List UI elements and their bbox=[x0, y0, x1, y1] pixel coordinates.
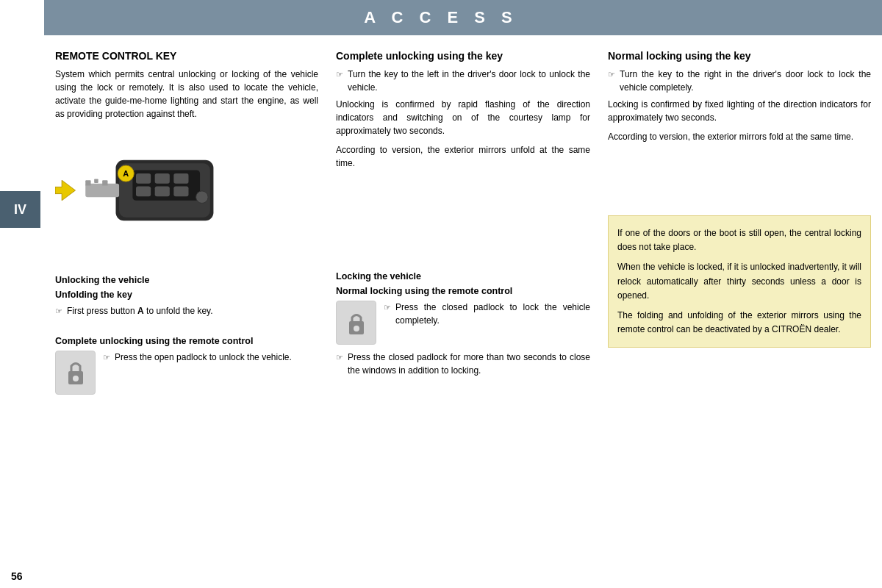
svg-point-9 bbox=[196, 191, 209, 204]
col2-padlock-row: ☞ Press the closed padlock to lock the v… bbox=[336, 301, 590, 345]
col2-bullet2-text: Press the closed padlock for more than t… bbox=[348, 351, 590, 377]
col1-padlock-row: ☞ Press the open padlock to unlock the v… bbox=[55, 351, 318, 395]
info-box-text3: The folding and unfolding of the exterio… bbox=[617, 309, 861, 337]
col3-bullet1-text: Turn the key to the right in the driver'… bbox=[620, 68, 871, 94]
col3-para1: Locking is confirmed by fixed lighting o… bbox=[608, 98, 871, 124]
info-box: If one of the doors or the boot is still… bbox=[608, 215, 871, 348]
col2-bullet1-padlock-text: Press the closed padlock to lock the veh… bbox=[395, 301, 590, 327]
header-bar: A C C E S S bbox=[0, 0, 882, 35]
svg-rect-8 bbox=[173, 187, 188, 197]
col3-title: Normal locking using the key bbox=[608, 50, 871, 62]
svg-point-17 bbox=[73, 376, 79, 381]
svg-rect-5 bbox=[173, 173, 188, 184]
col1-bullet1-text: First press button A to unfold the key. bbox=[67, 304, 318, 318]
svg-rect-7 bbox=[155, 187, 170, 197]
col1-section2-title: Unlocking the vehicle bbox=[55, 275, 318, 285]
main-content: REMOTE CONTROL KEY System which permits … bbox=[44, 35, 882, 588]
svg-rect-14 bbox=[94, 179, 98, 183]
svg-rect-12 bbox=[85, 184, 119, 197]
col2-bullet1: ☞ Turn the key to the left in the driver… bbox=[336, 68, 590, 94]
key-illustration: A bbox=[55, 132, 217, 249]
col3-bullet1: ☞ Turn the key to the right in the drive… bbox=[608, 68, 871, 94]
col1-title: REMOTE CONTROL KEY bbox=[55, 50, 318, 62]
svg-rect-3 bbox=[136, 173, 151, 184]
col1-sub2-title: Complete unlocking using the remote cont… bbox=[55, 336, 318, 346]
col1-sub2-text: Press the open padlock to unlock the veh… bbox=[115, 351, 292, 364]
col2-sub1-title: Normal locking using the remote control bbox=[336, 286, 590, 296]
col2-para1: Unlocking is confirmed by rapid flashing… bbox=[336, 98, 590, 137]
info-box-text: If one of the doors or the boot is still… bbox=[617, 226, 861, 254]
bullet-icon-5: ☞ bbox=[336, 351, 343, 377]
col2-padlock-image bbox=[336, 301, 376, 345]
svg-rect-15 bbox=[102, 180, 107, 185]
bullet-icon-4: ☞ bbox=[384, 301, 391, 327]
col1-sub1-title: Unfolding the key bbox=[55, 290, 318, 300]
col1-padlock-image bbox=[55, 351, 96, 395]
col1-description: System which permits central unlocking o… bbox=[55, 68, 318, 121]
section-label: IV bbox=[0, 191, 40, 228]
bullet-icon-2: ☞ bbox=[103, 351, 110, 364]
left-sidebar: IV bbox=[0, 0, 44, 588]
svg-text:A: A bbox=[123, 169, 129, 178]
svg-rect-13 bbox=[85, 180, 90, 185]
column-2: Complete unlocking using the key ☞ Turn … bbox=[327, 50, 599, 581]
bullet-icon-6: ☞ bbox=[608, 68, 615, 94]
col2-section2-title: Locking the vehicle bbox=[336, 271, 590, 282]
column-1: REMOTE CONTROL KEY System which permits … bbox=[55, 50, 327, 581]
col2-sub1-bullet1: ☞ Press the closed padlock to lock the v… bbox=[384, 301, 590, 327]
svg-rect-4 bbox=[155, 173, 170, 184]
svg-point-19 bbox=[354, 326, 359, 331]
col1-bullet1: ☞ First press button A to unfold the key… bbox=[55, 304, 318, 318]
column-3: Normal locking using the key ☞ Turn the … bbox=[599, 50, 871, 581]
bullet-icon-3: ☞ bbox=[336, 68, 343, 94]
col3-para2: According to version, the exterior mirro… bbox=[608, 130, 871, 143]
col2-title: Complete unlocking using the key bbox=[336, 50, 590, 62]
info-box-text2: When the vehicle is locked, if it is unl… bbox=[617, 260, 861, 303]
key-image: A bbox=[55, 132, 217, 249]
col2-bullet1-text: Turn the key to the left in the driver's… bbox=[348, 68, 590, 94]
page-number: 56 bbox=[11, 570, 23, 582]
page-title: A C C E S S bbox=[364, 8, 517, 27]
col1-sub2-bullet: ☞ Press the open padlock to unlock the v… bbox=[103, 351, 292, 364]
svg-rect-6 bbox=[136, 187, 151, 197]
col2-para2: According to version, the exterior mirro… bbox=[336, 143, 590, 170]
bullet-icon-1: ☞ bbox=[55, 305, 62, 318]
col2-sub1-bullet2: ☞ Press the closed padlock for more than… bbox=[336, 351, 590, 377]
